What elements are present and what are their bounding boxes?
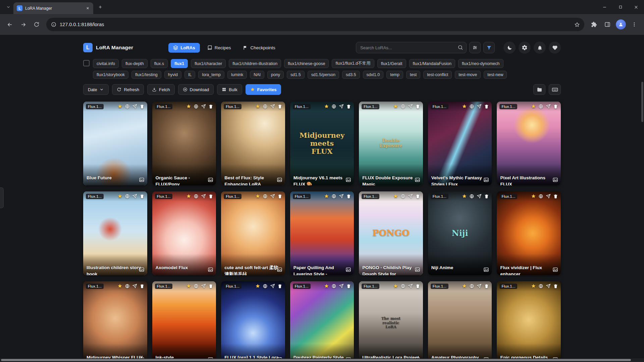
tag-IL[interactable]: IL — [184, 71, 195, 79]
tab-checkpoints[interactable]: Checkpoints — [238, 43, 280, 53]
tag-flux1/testing[interactable]: flux1/testing — [131, 71, 161, 79]
delete-icon[interactable] — [484, 194, 489, 199]
favorites-button[interactable]: Favorites — [246, 84, 281, 95]
lora-card[interactable]: Flux.1... Blue Future — [83, 102, 147, 185]
globe-icon[interactable] — [194, 194, 199, 199]
send-icon[interactable] — [546, 194, 551, 199]
delete-icon[interactable] — [346, 104, 351, 109]
tag-flux1/flux1.d不常用[interactable]: flux1/flux1.d不常用 — [332, 59, 374, 68]
image-icon[interactable] — [345, 177, 351, 183]
tab-recipes[interactable]: Recipes — [203, 43, 236, 53]
delete-icon[interactable] — [346, 284, 351, 289]
delete-icon[interactable] — [208, 194, 213, 199]
panel-handle[interactable] — [0, 187, 4, 208]
refresh-button[interactable]: Refresh — [112, 84, 144, 95]
site-info-icon[interactable] — [51, 22, 56, 27]
lora-card[interactable]: Flux.1... Illustration children story bo… — [83, 191, 147, 275]
lora-card[interactable]: Midjourney meets FLUX Flux.1... Midjourn… — [290, 102, 354, 185]
send-icon[interactable] — [477, 284, 482, 289]
tag-flux1[interactable]: flux1 — [171, 59, 188, 68]
send-icon[interactable] — [477, 194, 482, 199]
delete-icon[interactable] — [553, 194, 558, 199]
delete-icon[interactable] — [277, 194, 282, 199]
tag-lora_temp[interactable]: lora_temp — [198, 71, 224, 79]
favorite-star-icon[interactable] — [462, 104, 467, 109]
delete-icon[interactable] — [415, 284, 420, 289]
tag-test-new[interactable]: test-new — [484, 71, 507, 79]
lora-card[interactable]: Flux.1... Epic gorgeous Details — [497, 281, 561, 362]
search-icon[interactable] — [458, 45, 463, 50]
delete-icon[interactable] — [140, 104, 145, 109]
globe-icon[interactable] — [538, 104, 543, 109]
image-icon[interactable] — [415, 177, 420, 183]
lora-card[interactable]: Flux.1... cute and soft felt-art 柔软清新羊毛毡 — [221, 191, 285, 275]
favorite-star-icon[interactable] — [117, 284, 122, 289]
tag-flux1/children-illustration[interactable]: flux1/children-illustration — [229, 59, 281, 68]
send-icon[interactable] — [132, 284, 137, 289]
favorite-star-icon[interactable] — [186, 284, 191, 289]
tag-temp[interactable]: temp — [386, 71, 403, 79]
lora-card[interactable]: Flux.1... Axomodel Flux — [152, 191, 216, 275]
address-bar[interactable]: 127.0.0.1:8188/loras — [46, 18, 584, 31]
delete-icon[interactable] — [140, 194, 145, 199]
favorite-star-icon[interactable] — [186, 104, 191, 109]
send-icon[interactable] — [270, 284, 275, 289]
tag-flux1/Geralt[interactable]: flux1/Geralt — [377, 59, 406, 68]
search-input[interactable] — [356, 42, 467, 53]
globe-icon[interactable] — [538, 284, 543, 289]
tag-civitai.info[interactable]: civitai.info — [93, 59, 119, 68]
tag-hyvid[interactable]: hyvid — [164, 71, 181, 79]
send-icon[interactable] — [546, 284, 551, 289]
tab-close-icon[interactable] — [85, 5, 91, 11]
tag-flux1/character[interactable]: flux1/character — [191, 59, 226, 68]
lora-card[interactable]: Niji Flux.1... Niji Anime — [428, 191, 492, 275]
favorite-star-icon[interactable] — [393, 284, 398, 289]
lora-card[interactable]: The most realistic LoRA Flux.1... UltraR… — [359, 281, 423, 362]
send-icon[interactable] — [408, 194, 413, 199]
favorite-star-icon[interactable] — [531, 284, 536, 289]
globe-icon[interactable] — [125, 104, 130, 109]
tag-sd1.5/person[interactable]: sd1.5/person — [308, 71, 339, 79]
globe-icon[interactable] — [400, 104, 406, 109]
keyboard-shortcuts-button[interactable] — [549, 84, 561, 95]
profile-avatar[interactable] — [616, 19, 626, 29]
globe-icon[interactable] — [263, 104, 268, 109]
tag-flux1/chinese-goose[interactable]: flux1/chinese-goose — [284, 59, 329, 68]
favorite-star-icon[interactable] — [255, 284, 260, 289]
tag-flux1/neo-dynomech[interactable]: flux1/neo-dynomech — [458, 59, 503, 68]
image-icon[interactable] — [552, 177, 558, 183]
globe-icon[interactable] — [331, 194, 336, 199]
browser-menu-icon[interactable] — [628, 18, 641, 31]
tag-flux1/storybook[interactable]: flux1/storybook — [93, 71, 128, 79]
send-icon[interactable] — [270, 194, 275, 199]
forward-button[interactable] — [17, 18, 30, 31]
filter-button[interactable] — [483, 42, 495, 53]
tag-flux1/MandalaFusion[interactable]: flux1/MandalaFusion — [409, 59, 455, 68]
globe-icon[interactable] — [263, 194, 268, 199]
delete-icon[interactable] — [553, 104, 558, 109]
favorite-star-icon[interactable] — [117, 194, 122, 199]
send-icon[interactable] — [477, 104, 482, 109]
tag-test-move[interactable]: test-move — [455, 71, 481, 79]
lora-card[interactable]: Flux.1... Paper Quilling And Layering St… — [290, 191, 354, 275]
bulk-button[interactable]: Bulk — [217, 84, 242, 95]
image-icon[interactable] — [277, 177, 282, 183]
send-icon[interactable] — [339, 104, 344, 109]
fetch-button[interactable]: Fetch — [147, 84, 175, 95]
image-icon[interactable] — [139, 267, 145, 273]
image-icon[interactable] — [345, 267, 351, 273]
favorite-star-icon[interactable] — [324, 104, 329, 109]
lora-card[interactable]: Double Exposure Flux.1... FLUX Double Ex… — [359, 102, 423, 185]
send-icon[interactable] — [339, 194, 344, 199]
image-icon[interactable] — [208, 177, 213, 183]
favorite-star-icon[interactable] — [324, 284, 329, 289]
bookmark-star-icon[interactable] — [572, 19, 582, 30]
image-icon[interactable] — [483, 267, 489, 273]
favorite-star-icon[interactable] — [255, 194, 260, 199]
send-icon[interactable] — [408, 284, 413, 289]
send-icon[interactable] — [546, 104, 551, 109]
globe-icon[interactable] — [400, 284, 406, 289]
globe-icon[interactable] — [331, 284, 336, 289]
image-icon[interactable] — [483, 177, 489, 183]
delete-icon[interactable] — [484, 284, 489, 289]
